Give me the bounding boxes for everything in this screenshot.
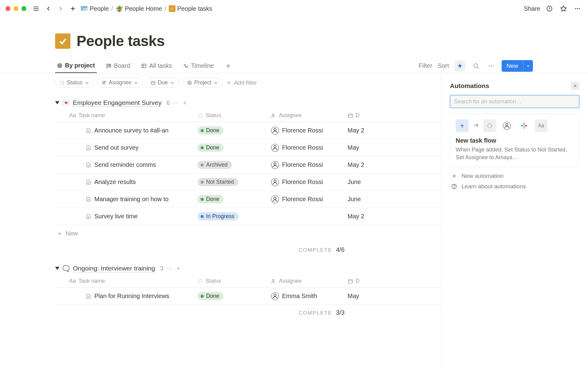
cell-assignee[interactable]: Florence Rossi (271, 161, 348, 169)
group-title[interactable]: Ongoing: Interviewer training (73, 265, 155, 272)
search-icon[interactable] (471, 61, 481, 71)
breadcrumb-item-people[interactable]: 🪪 People (80, 5, 109, 12)
cell-assignee[interactable]: Florence Rossi (271, 178, 348, 186)
card-description: When Page added, Set Status to Not Start… (456, 146, 574, 161)
cell-task[interactable]: Analyze results (55, 178, 198, 186)
cell-status[interactable]: Done (198, 126, 271, 135)
tab-by-project[interactable]: By project (55, 59, 97, 73)
complete-fraction: 3/3 (336, 309, 345, 316)
col-header-assignee[interactable]: Assignee (271, 278, 348, 284)
col-header-status[interactable]: Status (198, 278, 271, 284)
cell-task[interactable]: Survey live time (55, 213, 198, 220)
tab-label: All tasks (149, 62, 172, 69)
chip-status[interactable]: Status (55, 78, 94, 88)
cell-due[interactable]: May 2 (348, 213, 390, 220)
tab-board[interactable]: Board (104, 59, 132, 73)
svg-line-24 (477, 67, 479, 68)
cell-assignee[interactable]: Florence Rossi (271, 127, 348, 135)
cell-status[interactable]: Done (198, 195, 271, 203)
breadcrumb-item-home[interactable]: 🪴 People Home (115, 5, 162, 12)
chip-project[interactable]: Project (183, 78, 223, 88)
breadcrumb-separator: / (164, 5, 166, 12)
svg-rect-15 (110, 64, 111, 67)
history-icon[interactable] (545, 4, 554, 13)
page-title[interactable]: People tasks (77, 33, 164, 49)
page-icon[interactable] (55, 33, 70, 49)
maximize-window[interactable] (21, 6, 26, 11)
automation-card[interactable]: Aa New task flow When Page added, Set St… (450, 113, 579, 167)
cell-task[interactable]: Manager training on how to (55, 196, 198, 203)
view-actions: Filter Sort New (419, 60, 533, 72)
learn-automation-link[interactable]: Learn about automations (450, 181, 579, 192)
cell-due[interactable]: May 2 (348, 161, 390, 168)
group-more-icon[interactable]: ⋯ (173, 99, 179, 106)
task-name: Send out survey (94, 144, 139, 151)
cell-status[interactable]: Done (198, 144, 271, 152)
col-header-assignee[interactable]: Assignee (271, 112, 348, 119)
assignee-name: Florence Rossi (282, 178, 323, 186)
cell-due[interactable]: June (348, 178, 390, 186)
cell-status[interactable]: In Progress (198, 212, 271, 220)
automations-button[interactable] (454, 60, 466, 71)
back-button[interactable] (43, 4, 53, 13)
cell-task[interactable]: Announce survey to #all-an (55, 127, 198, 134)
task-name: Announce survey to #all-an (94, 127, 168, 134)
new-tab-button[interactable] (68, 4, 78, 13)
collapse-toggle[interactable] (55, 267, 59, 270)
group-title[interactable]: Employee Engagement Survey (73, 99, 162, 107)
status-icon (483, 119, 496, 132)
cell-status[interactable]: Done (198, 292, 271, 300)
chip-assignee[interactable]: Assignee (97, 78, 143, 88)
cell-task[interactable]: Send reminder comms (55, 161, 198, 168)
more-icon[interactable] (573, 4, 582, 13)
svg-point-38 (272, 114, 274, 116)
cell-task[interactable]: Plan for Running Interviews (55, 293, 198, 300)
collapse-toggle[interactable] (55, 101, 59, 104)
cell-task[interactable]: Send out survey (55, 144, 198, 151)
col-header-due[interactable]: D (348, 112, 390, 119)
cell-due[interactable]: June (348, 196, 390, 203)
cell-due[interactable]: May 2 (348, 127, 390, 134)
cell-due[interactable]: May (348, 293, 390, 300)
breadcrumb-item-current[interactable]: ✓ People tasks (169, 5, 213, 12)
cell-assignee[interactable]: Florence Rossi (271, 144, 348, 152)
add-view-button[interactable] (223, 61, 233, 71)
svg-point-46 (274, 145, 276, 148)
share-button[interactable]: Share (524, 5, 540, 12)
more-options-icon[interactable] (486, 61, 496, 71)
col-header-status[interactable]: Status (198, 112, 271, 119)
chip-due[interactable]: Due (146, 78, 179, 88)
breadcrumb-label: People tasks (177, 5, 213, 12)
col-header-due[interactable]: D (348, 278, 390, 284)
add-filter-button[interactable]: Add filter (226, 79, 257, 86)
svg-point-60 (198, 279, 202, 283)
new-button[interactable]: New (502, 60, 533, 72)
minimize-window[interactable] (13, 6, 18, 11)
col-header-task[interactable]: AaTask name (55, 278, 198, 284)
close-panel-button[interactable] (571, 82, 579, 90)
group-add-icon[interactable]: ＋ (175, 264, 181, 272)
menu-icon[interactable] (31, 4, 41, 13)
svg-point-7 (575, 8, 576, 9)
tab-timeline[interactable]: Timeline (181, 59, 216, 73)
close-window[interactable] (6, 6, 10, 11)
cell-status[interactable]: Archived (198, 161, 271, 169)
chevron-down-icon[interactable] (523, 60, 533, 72)
sort-button[interactable]: Sort (438, 62, 449, 69)
group-more-icon[interactable]: ⋯ (167, 265, 172, 272)
avatar (271, 178, 279, 186)
cell-due[interactable]: May (348, 144, 390, 151)
col-header-task[interactable]: AaTask name (55, 112, 198, 119)
svg-point-37 (198, 114, 202, 117)
cell-status[interactable]: Not Started (198, 178, 271, 186)
forward-button[interactable] (56, 4, 66, 13)
cell-assignee[interactable]: Florence Rossi (271, 195, 348, 203)
filter-button[interactable]: Filter (419, 62, 432, 69)
new-automation-link[interactable]: New automation (450, 167, 579, 181)
cell-assignee[interactable]: Emma Smith (271, 292, 348, 300)
star-icon[interactable] (559, 4, 568, 13)
automation-search-input[interactable] (450, 95, 579, 108)
tab-all-tasks[interactable]: All tasks (139, 59, 174, 73)
group-add-icon[interactable]: ＋ (182, 99, 188, 107)
view-tabs: By project Board All tasks Timeline Filt… (0, 59, 588, 73)
